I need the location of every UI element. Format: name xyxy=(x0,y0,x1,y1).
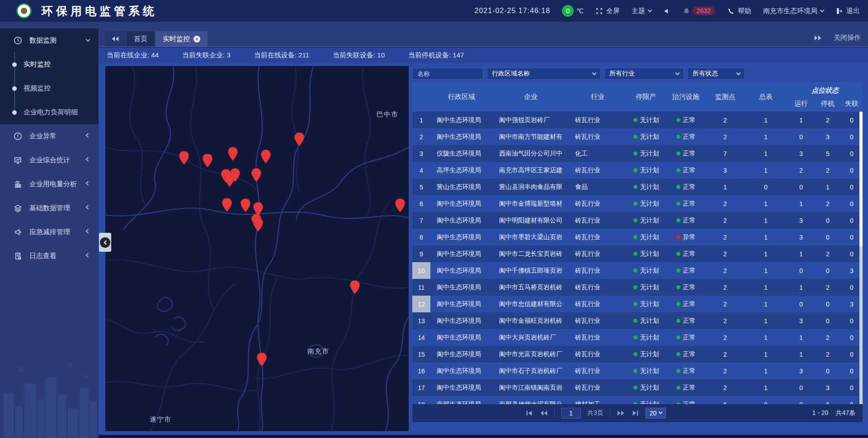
speaker-icon xyxy=(663,7,671,15)
sidebar-item-企业用电量分析[interactable]: 企业用电量分析 xyxy=(0,172,99,196)
tabs-scroll-right-button[interactable] xyxy=(814,35,822,41)
cell-facility: 正常 xyxy=(665,212,706,229)
table-row[interactable]: 7 阆中生态环境局 阆中明阳建材有限公司 砖瓦行业 无计划 正常 2 1 3 0… xyxy=(412,212,863,229)
table-row[interactable]: 4 高坪生态环境局 南充市高坪区王家店建 砖瓦行业 无计划 正常 3 1 2 2… xyxy=(412,162,863,179)
sidebar-item-应急减排管理[interactable]: 应急减排管理 xyxy=(0,220,99,244)
scrollbar-thumb[interactable] xyxy=(859,112,863,246)
map-pin-icon[interactable] xyxy=(222,198,232,212)
map-pin-icon[interactable] xyxy=(395,199,405,212)
skyline-decoration xyxy=(0,352,99,438)
table-row[interactable]: 15 阆中生态环境局 阆中市光富页岩机砖厂 砖瓦行业 无计划 正常 2 1 1 … xyxy=(412,346,863,363)
close-operations-button[interactable]: 关闭操作 xyxy=(834,33,861,42)
cell-company: 阆中市光富页岩机砖厂 xyxy=(493,346,569,363)
last-page-button[interactable] xyxy=(631,410,639,416)
help-button[interactable]: 帮助 xyxy=(727,7,751,15)
cell-running: 0 xyxy=(788,296,815,312)
sidebar-item-企业异常[interactable]: 企业异常 xyxy=(0,124,99,148)
table-row[interactable]: 17 阆中生态环境局 阆中市江南镇阆南页岩 砖瓦行业 无计划 正常 2 1 0 … xyxy=(412,379,863,396)
cell-production: 无计划 xyxy=(627,262,665,279)
cell-stopped: 2 xyxy=(815,346,841,363)
map-pin-icon[interactable] xyxy=(261,150,271,163)
map-pin-icon[interactable] xyxy=(230,168,240,182)
map-pin-icon[interactable] xyxy=(253,218,263,231)
cell-industry: 砖瓦行业 xyxy=(569,312,627,329)
org-menu[interactable]: 南充市生态环境局 xyxy=(763,7,824,15)
prev-page-button[interactable] xyxy=(540,410,548,416)
tabs-scroll-left-button[interactable] xyxy=(105,31,126,47)
table-row[interactable]: 5 营山生态环境局 营山县润丰肉食品有限 食品 无计划 正常 1 0 0 1 0 xyxy=(412,179,863,195)
map-pin-icon[interactable] xyxy=(294,132,304,146)
cell-running: 1 xyxy=(788,245,815,262)
sidebar-subitem-企业电力负荷明细[interactable]: 企业电力负荷明细 xyxy=(0,100,99,124)
industry-filter-select[interactable]: 所有行业 xyxy=(604,68,684,80)
fullscreen-button[interactable]: 全屏 xyxy=(595,7,620,15)
table-row[interactable]: 18 南部生态环境局 南部县雄华水泥有限公 建材加工 无计划 正常 6 0 0 … xyxy=(412,396,863,404)
sidebar-item-日志查看[interactable]: 日志查看 xyxy=(0,244,99,268)
sidebar-item-基础数据管理[interactable]: 基础数据管理 xyxy=(0,196,99,220)
theme-menu[interactable]: 主题 xyxy=(632,7,651,15)
status-filter-select[interactable]: 所有状态 xyxy=(688,68,745,80)
table-row[interactable]: 6 阆中生态环境局 阆中市金博瑞新型墙材 砖瓦行业 无计划 正常 2 1 1 2… xyxy=(412,195,863,212)
table-row[interactable]: 11 阆中生态环境局 阆中市五马桥页岩机砖 砖瓦行业 无计划 正常 2 1 1 … xyxy=(412,279,863,296)
tab-close-icon[interactable]: ✕ xyxy=(193,36,200,42)
logout-button[interactable]: 退出 xyxy=(835,7,860,15)
map-pin-icon[interactable] xyxy=(203,154,212,167)
cell-running: 1 xyxy=(788,329,815,346)
cell-meters: 0 xyxy=(744,179,788,195)
table-row[interactable]: 10 阆中生态环境局 阆中千佛镇五郎垭页岩 砖瓦行业 无计划 正常 2 1 0 … xyxy=(412,262,863,279)
cell-company: 阆中强锐页岩砖厂 xyxy=(493,112,569,128)
table-row[interactable]: 12 阆中生态环境局 阆中市忠信建材有限公 砖瓦行业 无计划 正常 2 1 0 … xyxy=(412,296,863,312)
map-pin-icon[interactable] xyxy=(228,147,238,160)
cell-company: 阆中市五马桥页岩机砖 xyxy=(493,279,569,296)
page-size-select[interactable]: 20 xyxy=(646,408,666,419)
cell-region: 营山生态环境局 xyxy=(430,179,493,195)
map-panel[interactable]: 巴中市南充市遂宁市 xyxy=(105,66,409,431)
status-dot-icon xyxy=(633,352,637,356)
status-dot-icon xyxy=(676,352,680,356)
cell-meters: 1 xyxy=(744,195,788,212)
page-number-input[interactable] xyxy=(561,408,581,419)
map-pin-icon[interactable] xyxy=(253,202,263,216)
sidebar-item-数据监测[interactable]: 数据监测 xyxy=(0,28,99,52)
status-dot-icon xyxy=(633,185,637,189)
table-row[interactable]: 14 阆中生态环境局 阆中大兴页岩机砖厂 砖瓦行业 无计划 正常 2 1 1 2… xyxy=(412,329,863,346)
map-pin-icon[interactable] xyxy=(179,151,189,165)
status-dot-icon xyxy=(633,268,637,273)
table-scrollbar[interactable] xyxy=(859,112,863,404)
sidebar-collapse-button[interactable] xyxy=(99,233,111,252)
table-row[interactable]: 13 阆中生态环境局 阆中市金福旺页岩机砖 砖瓦行业 无计划 正常 2 1 3 … xyxy=(412,312,863,329)
map-city-label: 遂宁市 xyxy=(150,415,171,424)
mute-button[interactable] xyxy=(663,7,671,15)
table-row[interactable]: 1 阆中生态环境局 阆中强锐页岩砖厂 砖瓦行业 无计划 正常 2 1 1 2 0 xyxy=(412,112,863,128)
status-dot-icon xyxy=(633,168,637,172)
cell-production: 无计划 xyxy=(627,145,665,162)
notification-button[interactable]: 2632 xyxy=(683,6,715,15)
table-row[interactable]: 3 仪陇生态环境局 西南油气田分公司川中 化工 无计划 正常 7 1 3 5 0 xyxy=(412,145,863,162)
cell-meters: 0 xyxy=(744,396,788,404)
table-row[interactable]: 16 阆中生态环境局 阆中市石子页岩机砖厂 砖瓦行业 无计划 正常 2 1 3 … xyxy=(412,363,863,379)
map-pin-icon[interactable] xyxy=(350,280,360,294)
table-row[interactable]: 2 阆中生态环境局 阆中市南方节能建材有 砖瓦行业 无计划 正常 2 1 0 3… xyxy=(412,128,863,145)
sidebar-item-企业综合统计[interactable]: 企业综合统计 xyxy=(0,148,99,172)
table-row[interactable]: 9 阆中生态环境局 阆中市二龙长宝页岩砖 砖瓦行业 无计划 正常 2 1 1 2… xyxy=(412,245,863,262)
name-filter-field[interactable] xyxy=(412,68,483,80)
next-page-button[interactable] xyxy=(617,410,625,416)
cell-row-number: 9 xyxy=(412,245,430,262)
tab-realtime-monitor[interactable]: 实时监控 ✕ xyxy=(156,31,208,47)
map-pin-icon[interactable] xyxy=(241,199,250,212)
cell-stopped: 5 xyxy=(815,145,841,162)
name-filter-input[interactable] xyxy=(417,70,478,77)
map-pin-icon[interactable] xyxy=(257,353,267,367)
map-pin-icon[interactable] xyxy=(251,169,261,182)
sidebar-subitem-视频监控[interactable]: 视频监控 xyxy=(0,76,99,100)
region-filter-select[interactable]: 行政区域名称 xyxy=(487,68,601,80)
cell-region: 阆中生态环境局 xyxy=(430,279,493,296)
cell-running: 1 xyxy=(788,279,815,296)
status-dot-icon xyxy=(676,252,680,256)
table-row[interactable]: 8 阆中生态环境局 阆中市枣碧大梁山页岩 砖瓦行业 无计划 异常 2 1 3 0… xyxy=(412,229,863,245)
sidebar-subitem-label: 实时监控 xyxy=(24,60,51,69)
first-page-button[interactable] xyxy=(525,410,533,416)
sidebar-subitem-实时监控[interactable]: 实时监控 xyxy=(0,52,99,76)
chevron-icon xyxy=(86,229,90,234)
tab-home[interactable]: 首页 xyxy=(127,31,155,47)
